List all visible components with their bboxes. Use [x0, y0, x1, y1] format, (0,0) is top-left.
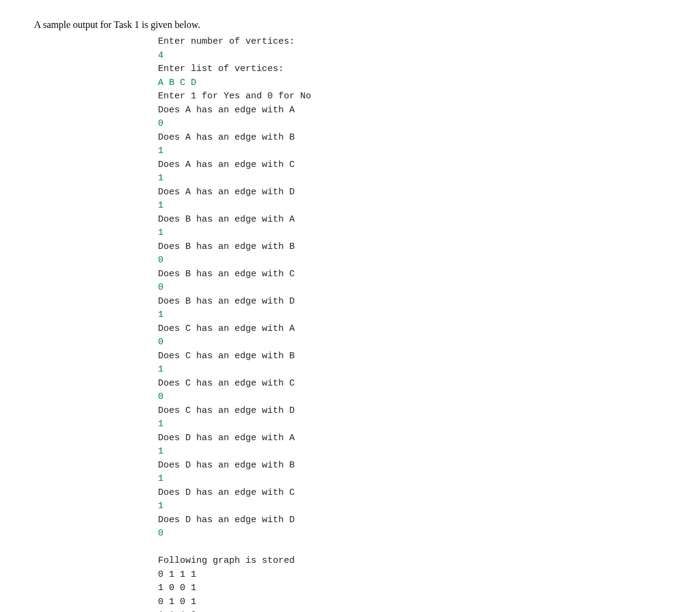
program-output-line	[158, 541, 666, 555]
program-output-line: Does B has an edge with D	[158, 295, 666, 309]
intro-text: A sample output for Task 1 is given belo…	[34, 19, 666, 30]
user-input-line: 0	[158, 336, 666, 350]
program-output-line: Does C has an edge with C	[158, 377, 666, 391]
user-input-line: 1	[158, 418, 666, 432]
user-input-line: 1	[158, 308, 666, 322]
program-output-line: Does D has an edge with B	[158, 459, 666, 473]
program-output-line: Enter number of vertices:	[158, 35, 666, 49]
user-input-line: A B C D	[158, 76, 666, 90]
program-output-line: Does A has an edge with D	[158, 186, 666, 200]
user-input-line: 4	[158, 49, 666, 63]
program-output-line: Does C has an edge with B	[158, 350, 666, 364]
user-input-line: 1	[158, 363, 666, 377]
user-input-line: 1	[158, 500, 666, 514]
program-output-line: Does C has an edge with A	[158, 322, 666, 336]
user-input-line: 1	[158, 199, 666, 213]
user-input-line: 0	[158, 254, 666, 268]
user-input-line: 1	[158, 472, 666, 486]
user-input-line: 1	[158, 226, 666, 240]
sample-output-block: Enter number of vertices:4Enter list of …	[158, 35, 666, 612]
program-output-line: Does D has an edge with C	[158, 486, 666, 500]
user-input-line: 0	[158, 117, 666, 131]
user-input-line: 1	[158, 144, 666, 158]
program-output-line: Does A has an edge with C	[158, 158, 666, 172]
user-input-line: 1	[158, 172, 666, 186]
program-output-line: Following graph is stored	[158, 554, 666, 568]
user-input-line: 0	[158, 281, 666, 295]
program-output-line: 0 1 1 1	[158, 568, 666, 582]
program-output-line: Does B has an edge with A	[158, 213, 666, 227]
program-output-line: Enter 1 for Yes and 0 for No	[158, 90, 666, 104]
program-output-line: 0 1 0 1	[158, 596, 666, 610]
program-output-line: Does B has an edge with B	[158, 240, 666, 254]
program-output-line: Does A has an edge with B	[158, 131, 666, 145]
program-output-line: Does C has an edge with D	[158, 404, 666, 418]
program-output-line: Does B has an edge with C	[158, 268, 666, 282]
user-input-line: 1	[158, 445, 666, 459]
program-output-line: Does D has an edge with D	[158, 514, 666, 528]
program-output-line: 1 0 0 1	[158, 582, 666, 596]
program-output-line: Does D has an edge with A	[158, 432, 666, 446]
program-output-line: Enter list of vertices:	[158, 63, 666, 76]
program-output-line: 1 1 1 0	[158, 609, 666, 612]
user-input-line: 0	[158, 390, 666, 404]
user-input-line: 0	[158, 527, 666, 541]
program-output-line: Does A has an edge with A	[158, 104, 666, 118]
